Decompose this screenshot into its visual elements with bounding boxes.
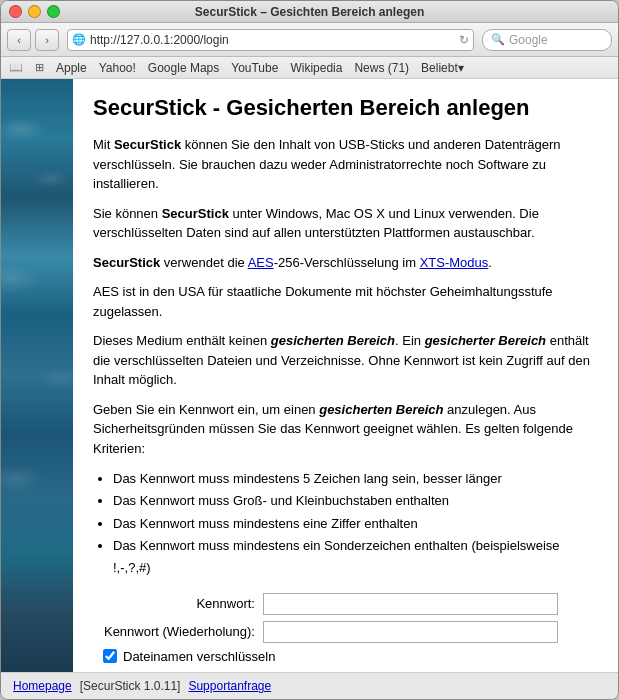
bookmark-news[interactable]: News (71) [354, 61, 409, 75]
content-area: SecurStick - Gesicherten Bereich anlegen… [1, 79, 618, 672]
window-controls [9, 5, 60, 18]
minimize-button[interactable] [28, 5, 41, 18]
bookmarks-bar: 📖 ⊞ Apple Yahoo! Google Maps YouTube Wik… [1, 57, 618, 79]
window-title: SecurStick – Gesichten Bereich anlegen [195, 5, 424, 19]
password-form: Kennwort: Kennwort (Wiederholung): Datei… [93, 593, 598, 672]
url-text: http://127.0.0.1:2000/login [90, 33, 455, 47]
title-bar: SecurStick – Gesichten Bereich anlegen [1, 1, 618, 23]
reload-button[interactable]: ↻ [459, 33, 469, 47]
homepage-link[interactable]: Homepage [13, 679, 72, 693]
secured-area-para: Dieses Medium enthält keinen gesicherten… [93, 331, 598, 390]
toolbar: ‹ › 🌐 http://127.0.0.1:2000/login ↻ 🔍 Go… [1, 23, 618, 57]
dateinamen-label: Dateinamen verschlüsseln [123, 649, 275, 664]
kennwort-row: Kennwort: [93, 593, 598, 615]
bookmark-wikipedia[interactable]: Wikipedia [290, 61, 342, 75]
kennwort-label: Kennwort: [93, 596, 263, 611]
dateinamen-checkbox[interactable] [103, 649, 117, 663]
page-title: SecurStick - Gesicherten Bereich anlegen [93, 95, 598, 121]
kennwort-repeat-input[interactable] [263, 621, 558, 643]
criteria-item: Das Kennwort muss Groß- und Kleinbuchsta… [113, 490, 598, 512]
criteria-list: Das Kennwort muss mindestens 5 Zeichen l… [113, 468, 598, 578]
bookmark-youtube[interactable]: YouTube [231, 61, 278, 75]
checkbox-row: Dateinamen verschlüsseln [103, 649, 598, 664]
intro-para1: Mit SecurStick können Sie den Inhalt von… [93, 135, 598, 194]
bookmark-beliebt[interactable]: Beliebt▾ [421, 61, 464, 75]
search-bar[interactable]: 🔍 Google [482, 29, 612, 51]
bookmark-googlemaps[interactable]: Google Maps [148, 61, 219, 75]
criteria-item: Das Kennwort muss mindestens 5 Zeichen l… [113, 468, 598, 490]
version-text: [SecurStick 1.0.11] [80, 679, 181, 693]
kennwort-input[interactable] [263, 593, 558, 615]
sidebar [1, 79, 73, 672]
aes-para: AES ist in den USA für staatliche Dokume… [93, 282, 598, 321]
back-button[interactable]: ‹ [7, 29, 31, 51]
bookmark-apple[interactable]: Apple [56, 61, 87, 75]
encryption-para: SecurStick verwendet die AES-256-Verschl… [93, 253, 598, 273]
forward-button[interactable]: › [35, 29, 59, 51]
support-link[interactable]: Supportanfrage [188, 679, 271, 693]
intro-para2: Sie können SecurStick unter Windows, Mac… [93, 204, 598, 243]
url-bar[interactable]: 🌐 http://127.0.0.1:2000/login ↻ [67, 29, 474, 51]
criteria-item: Das Kennwort muss mindestens ein Sonderz… [113, 535, 598, 579]
criteria-item: Das Kennwort muss mindestens eine Ziffer… [113, 513, 598, 535]
xts-link[interactable]: XTS-Modus [420, 255, 489, 270]
search-placeholder: Google [509, 33, 548, 47]
kennwort-repeat-row: Kennwort (Wiederholung): [93, 621, 598, 643]
bookmarks-icon: 📖 [9, 61, 23, 74]
grid-icon: ⊞ [35, 61, 44, 74]
kennwort-repeat-label: Kennwort (Wiederholung): [93, 624, 263, 639]
browser-window: SecurStick – Gesichten Bereich anlegen ‹… [0, 0, 619, 700]
page-content: SecurStick - Gesicherten Bereich anlegen… [73, 79, 618, 672]
footer: Homepage [SecurStick 1.0.11] Supportanfr… [1, 672, 618, 699]
password-intro-para: Geben Sie ein Kennwort ein, um einen ges… [93, 400, 598, 459]
maximize-button[interactable] [47, 5, 60, 18]
close-button[interactable] [9, 5, 22, 18]
aes-link[interactable]: AES [248, 255, 274, 270]
bookmark-yahoo[interactable]: Yahoo! [99, 61, 136, 75]
search-icon: 🔍 [491, 33, 505, 46]
lock-icon: 🌐 [72, 33, 86, 46]
